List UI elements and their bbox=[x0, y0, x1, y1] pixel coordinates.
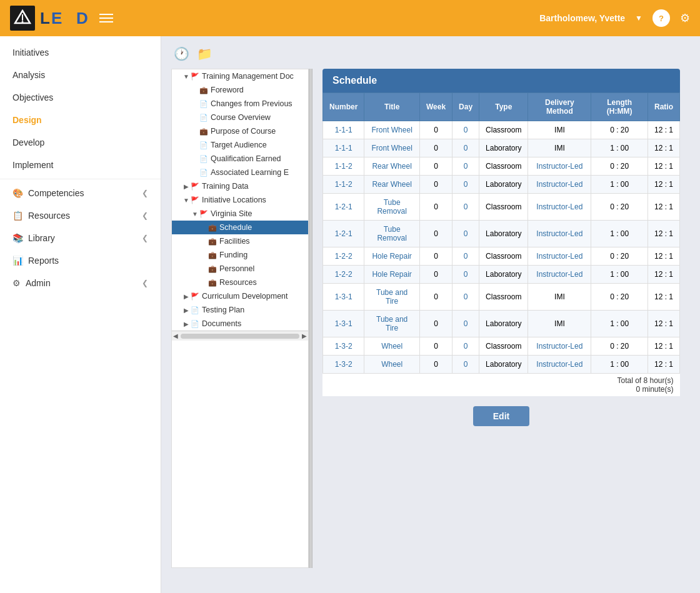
tree-item-training-data[interactable]: ▶ 🚩 Training Data bbox=[172, 179, 308, 193]
sidebar-item-develop[interactable]: Develop bbox=[0, 131, 161, 154]
cell-number[interactable]: 1-3-2 bbox=[323, 356, 364, 374]
cell-number[interactable]: 1-2-1 bbox=[323, 221, 364, 247]
cell-number[interactable]: 1-2-2 bbox=[323, 247, 364, 266]
cell-title[interactable]: Hole Repair bbox=[364, 247, 420, 266]
tree-item-testing-plan[interactable]: ▶ 📄 Testing Plan bbox=[172, 303, 308, 317]
cell-type: Laboratory bbox=[479, 311, 528, 337]
cell-title[interactable]: Front Wheel bbox=[364, 139, 420, 157]
tree-item-target-audience[interactable]: 📄 Target Audience bbox=[172, 138, 308, 152]
total-minutes: 0 minute(s) bbox=[598, 385, 674, 394]
sidebar-item-admin[interactable]: ⚙ Admin ❮ bbox=[0, 272, 161, 294]
sidebar-item-initiatives[interactable]: Initiatives bbox=[0, 41, 161, 64]
edit-button[interactable]: Edit bbox=[473, 406, 529, 426]
schedule-title: Schedule bbox=[322, 69, 680, 92]
cell-number[interactable]: 1-1-2 bbox=[323, 176, 364, 194]
help-button[interactable]: ? bbox=[652, 9, 670, 27]
cell-week: 0 bbox=[419, 247, 452, 266]
chevron-icon: ❮ bbox=[142, 279, 148, 287]
sidebar-item-implement[interactable]: Implement bbox=[0, 154, 161, 176]
sidebar-divider bbox=[0, 179, 161, 179]
sidebar-item-objectives[interactable]: Objectives bbox=[0, 86, 161, 109]
cell-day[interactable]: 0 bbox=[452, 247, 479, 266]
cell-title[interactable]: Tube and Tire bbox=[364, 284, 420, 311]
tree-item-course-overview[interactable]: 📄 Course Overview bbox=[172, 111, 308, 124]
cell-title[interactable]: Tube Removal bbox=[364, 194, 420, 221]
cell-delivery[interactable]: Instructor-Led bbox=[528, 247, 591, 266]
sidebar-item-resources[interactable]: 📋 Resources ❮ bbox=[0, 204, 161, 227]
cell-delivery[interactable]: Instructor-Led bbox=[528, 356, 591, 374]
cell-number[interactable]: 1-3-1 bbox=[323, 284, 364, 311]
tree-item-assoc-learning[interactable]: 📄 Associated Learning E bbox=[172, 166, 308, 179]
cell-delivery[interactable]: Instructor-Led bbox=[528, 266, 591, 284]
sidebar-item-reports[interactable]: 📊 Reports bbox=[0, 249, 161, 272]
sidebar-item-library[interactable]: 📚 Library ❮ bbox=[0, 227, 161, 249]
header-left: LEAD bbox=[10, 6, 113, 31]
cell-day[interactable]: 0 bbox=[452, 337, 479, 356]
cell-title[interactable]: Tube and Tire bbox=[364, 311, 420, 337]
menu-button[interactable] bbox=[99, 14, 113, 22]
scroll-right-btn[interactable]: ▶ bbox=[302, 332, 307, 339]
cell-title[interactable]: Wheel bbox=[364, 356, 420, 374]
tree-item-initiative-locations[interactable]: ▼ 🚩 Initiative Locations bbox=[172, 193, 308, 207]
cell-title[interactable]: Wheel bbox=[364, 337, 420, 356]
tree-item-personnel[interactable]: 💼 Personnel bbox=[172, 262, 308, 276]
tree-scrollbar[interactable]: ◀ ▶ bbox=[172, 331, 308, 341]
cell-day[interactable]: 0 bbox=[452, 266, 479, 284]
cell-day[interactable]: 0 bbox=[452, 139, 479, 157]
scroll-left-btn[interactable]: ◀ bbox=[173, 332, 178, 339]
cell-delivery[interactable]: Instructor-Led bbox=[528, 176, 591, 194]
cell-number[interactable]: 1-2-1 bbox=[323, 194, 364, 221]
tree-item-facilities[interactable]: 💼 Facilities bbox=[172, 234, 308, 248]
cell-title[interactable]: Rear Wheel bbox=[364, 176, 420, 194]
tree-item-purpose-of-course[interactable]: 💼 Purpose of Course bbox=[172, 124, 308, 138]
tree-item-documents[interactable]: ▶ 📄 Documents bbox=[172, 317, 308, 331]
cell-day[interactable]: 0 bbox=[452, 221, 479, 247]
sidebar-item-analysis[interactable]: Analysis bbox=[0, 64, 161, 86]
sidebar-item-label: Reports bbox=[28, 256, 59, 266]
cell-day[interactable]: 0 bbox=[452, 176, 479, 194]
tree-item-funding[interactable]: 💼 Funding bbox=[172, 248, 308, 262]
cell-day[interactable]: 0 bbox=[452, 157, 479, 176]
tree-item-qualification-earned[interactable]: 📄 Qualification Earned bbox=[172, 152, 308, 166]
folder-icon[interactable]: 📁 bbox=[197, 46, 212, 61]
user-dropdown-icon[interactable]: ▼ bbox=[635, 14, 642, 22]
tree-item-schedule[interactable]: 💼 Schedule bbox=[172, 221, 308, 234]
cell-number[interactable]: 1-1-2 bbox=[323, 157, 364, 176]
tree-item-resources-tree[interactable]: 💼 Resources bbox=[172, 276, 308, 289]
sidebar-item-competencies[interactable]: 🎨 Competencies ❮ bbox=[0, 182, 161, 204]
cell-day[interactable]: 0 bbox=[452, 356, 479, 374]
cell-length: 1 : 00 bbox=[591, 221, 648, 247]
cell-title[interactable]: Rear Wheel bbox=[364, 157, 420, 176]
sidebar-item-label: Implement bbox=[12, 160, 53, 170]
cell-title[interactable]: Front Wheel bbox=[364, 121, 420, 139]
tree-item-curriculum-dev[interactable]: ▶ 🚩 Curriculum Development bbox=[172, 289, 308, 303]
cell-title[interactable]: Hole Repair bbox=[364, 266, 420, 284]
settings-icon[interactable]: ⚙ bbox=[680, 11, 690, 25]
flag-yellow-icon: 🚩 bbox=[191, 182, 199, 191]
cell-day[interactable]: 0 bbox=[452, 284, 479, 311]
cell-number[interactable]: 1-1-1 bbox=[323, 139, 364, 157]
history-icon[interactable]: 🕐 bbox=[174, 46, 189, 61]
tree-item-label: Documents bbox=[202, 319, 241, 328]
col-week: Week bbox=[419, 93, 452, 121]
tree-item-changes[interactable]: 📄 Changes from Previous bbox=[172, 97, 308, 111]
tree-item-training-mgmt-doc[interactable]: ▼ 🚩 Training Management Doc bbox=[172, 69, 308, 83]
cell-delivery[interactable]: Instructor-Led bbox=[528, 194, 591, 221]
cell-title[interactable]: Tube Removal bbox=[364, 221, 420, 247]
tree-item-foreword[interactable]: 💼 Foreword bbox=[172, 83, 308, 97]
cell-delivery[interactable]: Instructor-Led bbox=[528, 157, 591, 176]
cell-day[interactable]: 0 bbox=[452, 194, 479, 221]
user-name[interactable]: Bartholomew, Yvette bbox=[539, 13, 625, 23]
sidebar-item-design[interactable]: Design bbox=[0, 109, 161, 131]
cell-day[interactable]: 0 bbox=[452, 311, 479, 337]
svg-point-2 bbox=[22, 21, 24, 23]
cell-number[interactable]: 1-3-2 bbox=[323, 337, 364, 356]
cell-day[interactable]: 0 bbox=[452, 121, 479, 139]
tree-item-virginia-site[interactable]: ▼ 🚩 Virginia Site bbox=[172, 207, 308, 221]
cell-number[interactable]: 1-3-1 bbox=[323, 311, 364, 337]
cell-number[interactable]: 1-2-2 bbox=[323, 266, 364, 284]
cell-delivery[interactable]: Instructor-Led bbox=[528, 337, 591, 356]
cell-number[interactable]: 1-1-1 bbox=[323, 121, 364, 139]
tree-item-label: Purpose of Course bbox=[211, 127, 276, 136]
cell-delivery[interactable]: Instructor-Led bbox=[528, 221, 591, 247]
